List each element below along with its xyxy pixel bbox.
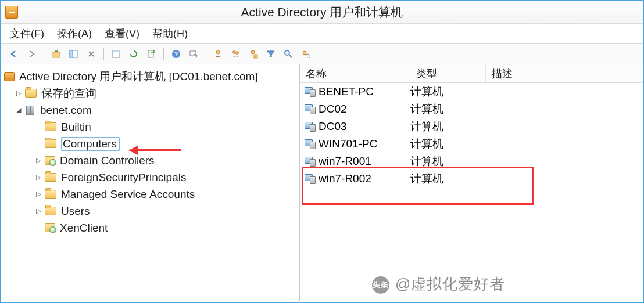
content-split: Active Directory 用户和计算机 [DC01.benet.com]… bbox=[1, 64, 643, 303]
list-row[interactable]: win7-R002 计算机 bbox=[300, 170, 643, 187]
window: Active Directory 用户和计算机 文件(F) 操作(A) 查看(V… bbox=[0, 0, 644, 303]
tree-label: benet.com bbox=[40, 104, 92, 117]
svg-rect-5 bbox=[148, 50, 153, 57]
toolbar: ? bbox=[1, 44, 643, 64]
filter-button[interactable] bbox=[263, 46, 278, 62]
expander-spacer bbox=[34, 123, 42, 131]
expander-spacer bbox=[34, 224, 42, 232]
tree-domain[interactable]: ◢ benet.com bbox=[4, 102, 297, 118]
watermark-badge: 头条 bbox=[372, 276, 389, 294]
toolbar-sep bbox=[44, 48, 44, 60]
up-button[interactable] bbox=[49, 46, 64, 62]
show-hide-tree-button[interactable] bbox=[66, 46, 81, 62]
tree-computers[interactable]: Computers bbox=[4, 135, 297, 152]
list-panel[interactable]: 名称 类型 描述 BENET-PC 计算机 DC02 计算机 DC03 计算机 … bbox=[300, 64, 643, 303]
svg-point-16 bbox=[303, 51, 306, 55]
cell-type: 计算机 bbox=[410, 171, 486, 186]
tree-label: 保存的查询 bbox=[41, 86, 96, 101]
svg-point-11 bbox=[233, 50, 236, 53]
tree-label: XenClient bbox=[60, 222, 108, 235]
new-ou-button[interactable] bbox=[246, 46, 261, 62]
help-button[interactable]: ? bbox=[169, 46, 184, 62]
ou-icon bbox=[45, 223, 55, 232]
expander-expanded-icon[interactable]: ◢ bbox=[15, 106, 23, 114]
mmc-root-icon bbox=[4, 72, 15, 81]
toolbar-sep bbox=[206, 48, 206, 60]
titlebar: Active Directory 用户和计算机 bbox=[1, 1, 643, 24]
watermark-text: @虚拟化爱好者 bbox=[395, 275, 505, 293]
tree-label-selected: Computers bbox=[61, 137, 120, 151]
expander-collapsed-icon[interactable]: ▷ bbox=[34, 174, 42, 182]
forward-button[interactable] bbox=[24, 46, 39, 62]
list-row[interactable]: BENET-PC 计算机 bbox=[300, 83, 643, 100]
tree-label: Domain Controllers bbox=[60, 154, 155, 167]
cell-name: BENET-PC bbox=[319, 85, 374, 98]
tree-builtin[interactable]: Builtin bbox=[4, 118, 297, 135]
col-header-type[interactable]: 类型 bbox=[410, 64, 486, 82]
expander-collapsed-icon[interactable]: ▷ bbox=[34, 207, 42, 215]
cell-type: 计算机 bbox=[410, 136, 486, 152]
folder-icon bbox=[45, 139, 56, 148]
find-button[interactable] bbox=[186, 46, 201, 62]
cell-name: win7-R002 bbox=[319, 172, 371, 185]
computer-icon bbox=[305, 87, 315, 96]
tree-saved-queries[interactable]: ▷ 保存的查询 bbox=[4, 85, 297, 102]
search-button[interactable] bbox=[281, 46, 296, 62]
computer-icon bbox=[305, 174, 315, 183]
cell-name: win7-R001 bbox=[319, 155, 371, 168]
col-header-desc[interactable]: 描述 bbox=[486, 64, 643, 82]
cell-name: WIN701-PC bbox=[319, 138, 377, 150]
svg-text:?: ? bbox=[174, 50, 178, 57]
svg-rect-8 bbox=[190, 51, 196, 56]
tree-label: Users bbox=[61, 205, 90, 218]
cell-type: 计算机 bbox=[410, 119, 486, 134]
tree-root-label: Active Directory 用户和计算机 [DC01.benet.com] bbox=[19, 69, 258, 84]
new-group-button[interactable] bbox=[228, 46, 244, 62]
cell-type: 计算机 bbox=[410, 84, 486, 99]
refresh-button[interactable] bbox=[126, 46, 141, 62]
list-row[interactable]: DC02 计算机 bbox=[300, 100, 643, 118]
toolbar-sep bbox=[163, 48, 164, 60]
tree-panel[interactable]: Active Directory 用户和计算机 [DC01.benet.com]… bbox=[1, 64, 300, 303]
tree-msa[interactable]: ▷ Managed Service Accounts bbox=[4, 186, 297, 203]
expander-spacer bbox=[34, 140, 42, 148]
tree-xenclient[interactable]: XenClient bbox=[4, 219, 297, 236]
menu-view[interactable]: 查看(V) bbox=[105, 27, 139, 41]
folder-icon bbox=[45, 207, 56, 215]
toolbar-sep bbox=[103, 48, 104, 60]
computer-icon bbox=[305, 104, 315, 114]
expander-collapsed-icon[interactable]: ▷ bbox=[34, 157, 42, 165]
export-button[interactable] bbox=[144, 46, 159, 62]
folder-icon bbox=[45, 173, 56, 182]
tree-root[interactable]: Active Directory 用户和计算机 [DC01.benet.com] bbox=[4, 68, 297, 85]
tree-fsp[interactable]: ▷ ForeignSecurityPrincipals bbox=[4, 169, 297, 186]
svg-point-12 bbox=[236, 51, 239, 54]
cell-type: 计算机 bbox=[410, 102, 486, 117]
properties-button[interactable] bbox=[109, 46, 124, 62]
menubar: 文件(F) 操作(A) 查看(V) 帮助(H) bbox=[1, 24, 643, 44]
menu-action[interactable]: 操作(A) bbox=[57, 27, 92, 41]
list-row[interactable]: win7-R001 计算机 bbox=[300, 153, 643, 170]
tree-users[interactable]: ▷ Users bbox=[4, 203, 297, 219]
menu-help[interactable]: 帮助(H) bbox=[152, 27, 188, 41]
domain-icon bbox=[25, 106, 35, 115]
list-row[interactable]: DC03 计算机 bbox=[300, 118, 643, 135]
add-criteria-button[interactable] bbox=[298, 46, 313, 62]
back-button[interactable] bbox=[6, 46, 22, 62]
watermark: 头条@虚拟化爱好者 bbox=[372, 274, 505, 294]
menu-file[interactable]: 文件(F) bbox=[10, 27, 44, 41]
col-header-name[interactable]: 名称 bbox=[300, 64, 410, 82]
expander-collapsed-icon[interactable]: ▷ bbox=[34, 190, 42, 199]
delete-button[interactable] bbox=[84, 46, 99, 62]
tree-label: Managed Service Accounts bbox=[61, 188, 195, 201]
svg-rect-4 bbox=[113, 50, 120, 52]
list-header: 名称 类型 描述 bbox=[300, 64, 643, 83]
expander-collapsed-icon[interactable]: ▷ bbox=[15, 89, 23, 98]
ou-icon bbox=[45, 156, 55, 165]
cell-name: DC02 bbox=[319, 103, 347, 116]
new-user-button[interactable] bbox=[211, 46, 226, 62]
tree-label: Builtin bbox=[61, 121, 91, 134]
tree-domain-controllers[interactable]: ▷ Domain Controllers bbox=[4, 152, 297, 169]
list-row[interactable]: WIN701-PC 计算机 bbox=[300, 135, 643, 153]
svg-rect-0 bbox=[53, 52, 60, 57]
